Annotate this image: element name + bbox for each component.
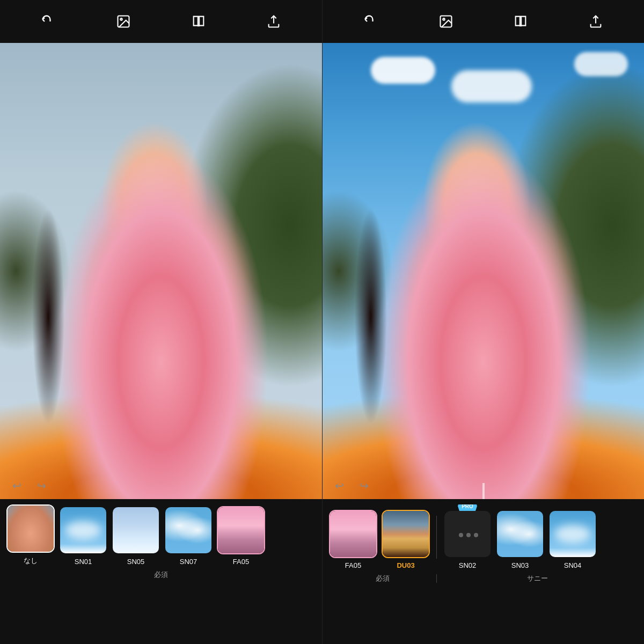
left-back-icon[interactable] bbox=[38, 11, 59, 32]
left-filter-fa05[interactable]: FA05 bbox=[217, 506, 265, 566]
left-redo-icon[interactable]: ↪ bbox=[33, 478, 49, 494]
right-image-icon[interactable] bbox=[435, 11, 457, 32]
right-category-row: 必須 サニー bbox=[323, 569, 644, 583]
right-thumb-du03[interactable] bbox=[382, 510, 430, 558]
right-thumb-sn04[interactable] bbox=[548, 510, 597, 558]
left-filter-sn05[interactable]: SN05 bbox=[112, 506, 160, 566]
right-thumb-sn02-img bbox=[444, 511, 492, 558]
left-filter-none[interactable]: なし bbox=[6, 504, 55, 566]
right-panel: ↩ ↪ FA05 DU03 bbox=[322, 0, 644, 644]
svg-point-3 bbox=[443, 18, 445, 20]
right-filter-sn03[interactable]: SN03 bbox=[496, 510, 544, 569]
left-filter-sn01[interactable]: SN01 bbox=[59, 506, 107, 566]
right-thumb-sn02[interactable] bbox=[443, 510, 492, 558]
left-label-sn05: SN05 bbox=[127, 558, 145, 566]
left-bottom-area: なし SN01 SN05 bbox=[0, 499, 322, 644]
cloud-2 bbox=[451, 70, 532, 103]
left-photo-image bbox=[0, 43, 322, 499]
right-undo-row: ↩ ↪ bbox=[323, 472, 380, 499]
right-filter-fa05[interactable]: FA05 bbox=[329, 510, 377, 569]
right-share-icon[interactable] bbox=[585, 11, 606, 32]
right-back-icon[interactable] bbox=[360, 11, 382, 32]
left-undo-row: ↩ ↪ bbox=[0, 472, 58, 499]
right-filter-scroll: FA05 DU03 PRO bbox=[323, 504, 644, 569]
right-thumb-sn04-img bbox=[550, 511, 596, 557]
category-divider bbox=[436, 516, 437, 559]
right-label-du03: DU03 bbox=[397, 561, 414, 569]
left-thumb-sn05-img bbox=[113, 507, 159, 553]
right-bottom-area: FA05 DU03 PRO bbox=[323, 499, 644, 644]
left-filter-sn07[interactable]: SN07 bbox=[164, 506, 213, 566]
right-label-sn03: SN03 bbox=[511, 561, 529, 569]
left-thumb-fa05[interactable] bbox=[217, 506, 265, 554]
right-filter-sn04[interactable]: SN04 bbox=[548, 510, 597, 569]
right-book-icon[interactable] bbox=[510, 11, 531, 32]
left-thumb-sn07[interactable] bbox=[164, 506, 213, 554]
left-thumb-sn07-img bbox=[165, 507, 211, 553]
right-toolbar bbox=[323, 0, 644, 43]
right-category-label-1: 必須 bbox=[329, 574, 436, 583]
dot-1 bbox=[459, 533, 463, 537]
right-category-label-2: サニー bbox=[437, 574, 638, 583]
left-thumb-sn01[interactable] bbox=[59, 506, 107, 554]
right-photo-image bbox=[323, 43, 644, 499]
right-photo: ↩ ↪ bbox=[323, 43, 644, 499]
left-book-icon[interactable] bbox=[188, 11, 209, 32]
svg-point-1 bbox=[120, 18, 122, 20]
right-filter-sn02-wrapper: PRO SN02 bbox=[443, 504, 492, 569]
right-label-sn04: SN04 bbox=[564, 561, 582, 569]
right-label-fa05: FA05 bbox=[345, 561, 361, 569]
right-thumb-sn03[interactable] bbox=[496, 510, 544, 558]
left-filter-strip: なし SN01 SN05 bbox=[0, 499, 322, 644]
left-panel: ↩ ↪ なし SN01 bbox=[0, 0, 322, 644]
right-label-sn02: SN02 bbox=[459, 561, 477, 569]
right-thumb-fa05[interactable] bbox=[329, 510, 377, 558]
left-image-icon[interactable] bbox=[113, 11, 134, 32]
left-filter-scroll: なし SN01 SN05 bbox=[0, 504, 322, 566]
compare-slider[interactable] bbox=[482, 483, 485, 499]
cloud-1 bbox=[371, 57, 435, 84]
cloud-3 bbox=[574, 52, 628, 76]
left-label-sn07: SN07 bbox=[180, 558, 197, 566]
left-category-label: 必須 bbox=[6, 570, 316, 580]
right-filter-du03[interactable]: DU03 bbox=[382, 510, 430, 569]
left-thumb-sn01-img bbox=[60, 507, 106, 553]
right-filter-sn02[interactable]: SN02 bbox=[443, 510, 492, 569]
right-thumb-du03-img bbox=[383, 511, 429, 557]
left-thumb-sn05[interactable] bbox=[112, 506, 160, 554]
left-thumb-none[interactable] bbox=[6, 504, 55, 553]
left-photo: ↩ ↪ bbox=[0, 43, 322, 499]
left-thumb-fa05-img bbox=[218, 507, 264, 553]
right-thumb-sn03-img bbox=[497, 511, 543, 557]
right-filter-strip: FA05 DU03 PRO bbox=[323, 499, 644, 644]
left-label-none: なし bbox=[24, 556, 38, 566]
left-category-row: 必須 bbox=[0, 566, 322, 580]
left-label-sn01: SN01 bbox=[75, 558, 92, 566]
left-label-fa05: FA05 bbox=[233, 558, 249, 566]
dot-2 bbox=[466, 533, 471, 537]
dot-3 bbox=[474, 533, 478, 537]
left-thumb-none-img bbox=[8, 506, 54, 552]
left-undo-icon[interactable]: ↩ bbox=[9, 478, 25, 494]
left-toolbar bbox=[0, 0, 322, 43]
right-redo-icon[interactable]: ↪ bbox=[356, 478, 372, 494]
right-undo-icon[interactable]: ↩ bbox=[331, 478, 347, 494]
left-share-icon[interactable] bbox=[263, 11, 284, 32]
right-thumb-fa05-img bbox=[330, 511, 376, 557]
